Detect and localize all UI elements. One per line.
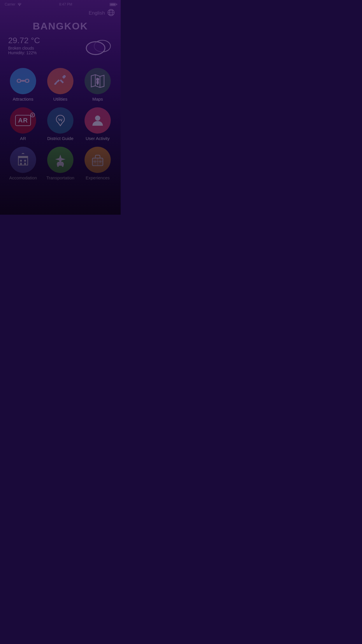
main-page: Carrier 8:47 PM English BANGKOK [0, 0, 121, 215]
background-overlay [0, 0, 121, 215]
